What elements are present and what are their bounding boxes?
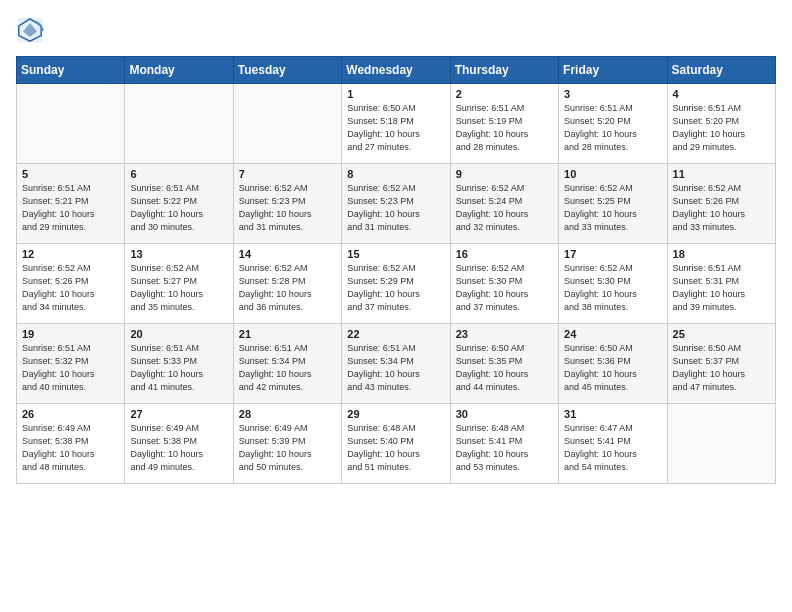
day-info: Sunrise: 6:51 AM Sunset: 5:34 PM Dayligh… — [347, 342, 445, 394]
calendar-week-row: 19Sunrise: 6:51 AM Sunset: 5:32 PM Dayli… — [17, 324, 776, 404]
day-info: Sunrise: 6:51 AM Sunset: 5:20 PM Dayligh… — [673, 102, 771, 154]
day-number: 7 — [239, 168, 337, 180]
day-number: 30 — [456, 408, 554, 420]
calendar-cell: 24Sunrise: 6:50 AM Sunset: 5:36 PM Dayli… — [559, 324, 667, 404]
day-number: 23 — [456, 328, 554, 340]
day-number: 24 — [564, 328, 662, 340]
day-info: Sunrise: 6:51 AM Sunset: 5:34 PM Dayligh… — [239, 342, 337, 394]
day-info: Sunrise: 6:52 AM Sunset: 5:30 PM Dayligh… — [564, 262, 662, 314]
day-number: 2 — [456, 88, 554, 100]
day-number: 29 — [347, 408, 445, 420]
day-info: Sunrise: 6:51 AM Sunset: 5:32 PM Dayligh… — [22, 342, 120, 394]
calendar-cell: 27Sunrise: 6:49 AM Sunset: 5:38 PM Dayli… — [125, 404, 233, 484]
calendar-cell — [125, 84, 233, 164]
day-info: Sunrise: 6:49 AM Sunset: 5:38 PM Dayligh… — [22, 422, 120, 474]
day-number: 15 — [347, 248, 445, 260]
day-info: Sunrise: 6:52 AM Sunset: 5:24 PM Dayligh… — [456, 182, 554, 234]
day-info: Sunrise: 6:51 AM Sunset: 5:21 PM Dayligh… — [22, 182, 120, 234]
day-number: 13 — [130, 248, 228, 260]
day-info: Sunrise: 6:52 AM Sunset: 5:30 PM Dayligh… — [456, 262, 554, 314]
day-number: 22 — [347, 328, 445, 340]
calendar-cell: 21Sunrise: 6:51 AM Sunset: 5:34 PM Dayli… — [233, 324, 341, 404]
weekday-header-monday: Monday — [125, 57, 233, 84]
weekday-header-row: SundayMondayTuesdayWednesdayThursdayFrid… — [17, 57, 776, 84]
day-info: Sunrise: 6:52 AM Sunset: 5:26 PM Dayligh… — [673, 182, 771, 234]
day-info: Sunrise: 6:47 AM Sunset: 5:41 PM Dayligh… — [564, 422, 662, 474]
calendar-cell: 2Sunrise: 6:51 AM Sunset: 5:19 PM Daylig… — [450, 84, 558, 164]
day-number: 27 — [130, 408, 228, 420]
day-number: 21 — [239, 328, 337, 340]
day-info: Sunrise: 6:52 AM Sunset: 5:29 PM Dayligh… — [347, 262, 445, 314]
day-info: Sunrise: 6:50 AM Sunset: 5:18 PM Dayligh… — [347, 102, 445, 154]
day-number: 5 — [22, 168, 120, 180]
calendar-table: SundayMondayTuesdayWednesdayThursdayFrid… — [16, 56, 776, 484]
day-info: Sunrise: 6:50 AM Sunset: 5:36 PM Dayligh… — [564, 342, 662, 394]
day-info: Sunrise: 6:50 AM Sunset: 5:37 PM Dayligh… — [673, 342, 771, 394]
calendar-cell — [667, 404, 775, 484]
day-number: 3 — [564, 88, 662, 100]
calendar-cell: 9Sunrise: 6:52 AM Sunset: 5:24 PM Daylig… — [450, 164, 558, 244]
weekday-header-wednesday: Wednesday — [342, 57, 450, 84]
logo — [16, 16, 48, 44]
calendar-week-row: 12Sunrise: 6:52 AM Sunset: 5:26 PM Dayli… — [17, 244, 776, 324]
day-number: 6 — [130, 168, 228, 180]
day-number: 31 — [564, 408, 662, 420]
day-number: 19 — [22, 328, 120, 340]
calendar-cell: 7Sunrise: 6:52 AM Sunset: 5:23 PM Daylig… — [233, 164, 341, 244]
day-number: 9 — [456, 168, 554, 180]
day-number: 20 — [130, 328, 228, 340]
day-info: Sunrise: 6:52 AM Sunset: 5:26 PM Dayligh… — [22, 262, 120, 314]
calendar-cell: 31Sunrise: 6:47 AM Sunset: 5:41 PM Dayli… — [559, 404, 667, 484]
calendar-cell: 4Sunrise: 6:51 AM Sunset: 5:20 PM Daylig… — [667, 84, 775, 164]
calendar-cell: 5Sunrise: 6:51 AM Sunset: 5:21 PM Daylig… — [17, 164, 125, 244]
day-number: 28 — [239, 408, 337, 420]
calendar-cell: 14Sunrise: 6:52 AM Sunset: 5:28 PM Dayli… — [233, 244, 341, 324]
weekday-header-sunday: Sunday — [17, 57, 125, 84]
day-info: Sunrise: 6:51 AM Sunset: 5:22 PM Dayligh… — [130, 182, 228, 234]
day-number: 8 — [347, 168, 445, 180]
calendar-cell: 11Sunrise: 6:52 AM Sunset: 5:26 PM Dayli… — [667, 164, 775, 244]
calendar-cell: 23Sunrise: 6:50 AM Sunset: 5:35 PM Dayli… — [450, 324, 558, 404]
calendar-cell: 10Sunrise: 6:52 AM Sunset: 5:25 PM Dayli… — [559, 164, 667, 244]
calendar-week-row: 1Sunrise: 6:50 AM Sunset: 5:18 PM Daylig… — [17, 84, 776, 164]
weekday-header-friday: Friday — [559, 57, 667, 84]
day-number: 26 — [22, 408, 120, 420]
calendar-cell: 20Sunrise: 6:51 AM Sunset: 5:33 PM Dayli… — [125, 324, 233, 404]
day-number: 17 — [564, 248, 662, 260]
day-info: Sunrise: 6:51 AM Sunset: 5:31 PM Dayligh… — [673, 262, 771, 314]
calendar-cell: 13Sunrise: 6:52 AM Sunset: 5:27 PM Dayli… — [125, 244, 233, 324]
day-info: Sunrise: 6:51 AM Sunset: 5:33 PM Dayligh… — [130, 342, 228, 394]
calendar-cell: 25Sunrise: 6:50 AM Sunset: 5:37 PM Dayli… — [667, 324, 775, 404]
day-number: 10 — [564, 168, 662, 180]
calendar-cell: 16Sunrise: 6:52 AM Sunset: 5:30 PM Dayli… — [450, 244, 558, 324]
calendar-cell: 1Sunrise: 6:50 AM Sunset: 5:18 PM Daylig… — [342, 84, 450, 164]
calendar-cell: 19Sunrise: 6:51 AM Sunset: 5:32 PM Dayli… — [17, 324, 125, 404]
day-number: 4 — [673, 88, 771, 100]
weekday-header-tuesday: Tuesday — [233, 57, 341, 84]
day-info: Sunrise: 6:49 AM Sunset: 5:38 PM Dayligh… — [130, 422, 228, 474]
day-number: 12 — [22, 248, 120, 260]
day-info: Sunrise: 6:52 AM Sunset: 5:27 PM Dayligh… — [130, 262, 228, 314]
weekday-header-thursday: Thursday — [450, 57, 558, 84]
calendar-cell: 29Sunrise: 6:48 AM Sunset: 5:40 PM Dayli… — [342, 404, 450, 484]
calendar-cell — [17, 84, 125, 164]
calendar-cell: 17Sunrise: 6:52 AM Sunset: 5:30 PM Dayli… — [559, 244, 667, 324]
day-info: Sunrise: 6:52 AM Sunset: 5:23 PM Dayligh… — [239, 182, 337, 234]
day-number: 1 — [347, 88, 445, 100]
calendar-cell: 28Sunrise: 6:49 AM Sunset: 5:39 PM Dayli… — [233, 404, 341, 484]
calendar-cell: 18Sunrise: 6:51 AM Sunset: 5:31 PM Dayli… — [667, 244, 775, 324]
calendar-cell: 30Sunrise: 6:48 AM Sunset: 5:41 PM Dayli… — [450, 404, 558, 484]
logo-icon — [16, 16, 44, 44]
day-info: Sunrise: 6:52 AM Sunset: 5:23 PM Dayligh… — [347, 182, 445, 234]
calendar-cell: 12Sunrise: 6:52 AM Sunset: 5:26 PM Dayli… — [17, 244, 125, 324]
day-info: Sunrise: 6:48 AM Sunset: 5:41 PM Dayligh… — [456, 422, 554, 474]
calendar-cell — [233, 84, 341, 164]
day-info: Sunrise: 6:51 AM Sunset: 5:19 PM Dayligh… — [456, 102, 554, 154]
calendar-cell: 26Sunrise: 6:49 AM Sunset: 5:38 PM Dayli… — [17, 404, 125, 484]
day-info: Sunrise: 6:52 AM Sunset: 5:28 PM Dayligh… — [239, 262, 337, 314]
day-info: Sunrise: 6:49 AM Sunset: 5:39 PM Dayligh… — [239, 422, 337, 474]
day-info: Sunrise: 6:50 AM Sunset: 5:35 PM Dayligh… — [456, 342, 554, 394]
weekday-header-saturday: Saturday — [667, 57, 775, 84]
calendar-cell: 3Sunrise: 6:51 AM Sunset: 5:20 PM Daylig… — [559, 84, 667, 164]
day-number: 16 — [456, 248, 554, 260]
